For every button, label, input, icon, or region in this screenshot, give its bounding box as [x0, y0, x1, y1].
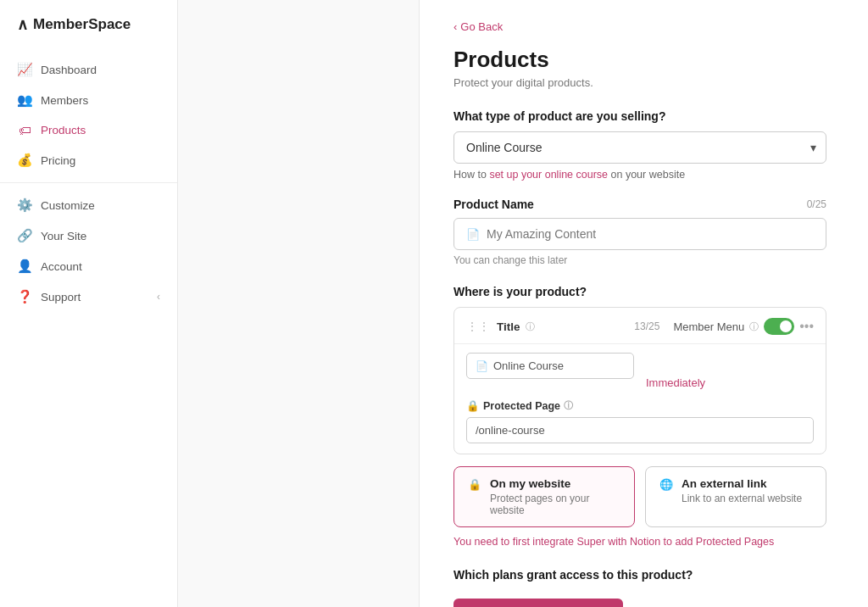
member-menu-info-icon[interactable]: ⓘ	[749, 320, 759, 333]
location-options: 🔒 On my website Protect pages on your we…	[453, 466, 826, 527]
add-now-button[interactable]: Add Now	[453, 599, 623, 607]
info-icon[interactable]: ⓘ	[526, 320, 535, 333]
location-option-external-link[interactable]: 🌐 An external link Link to an external w…	[645, 466, 826, 527]
product-name-header: Product Name 0/25	[453, 198, 826, 211]
card-title-group: Title ⓘ 13/25	[497, 320, 673, 333]
lock-icon: 🔒	[466, 399, 480, 412]
main-content: ‹ Go Back Products Protect your digital …	[420, 0, 868, 607]
product-name-hint: You can change this later	[453, 254, 826, 266]
product-type-label: What type of product are you selling?	[453, 109, 826, 123]
sidebar-item-label-customize: Customize	[41, 199, 95, 212]
protected-page-input[interactable]	[476, 424, 804, 437]
sidebar-item-label-account: Account	[41, 260, 82, 273]
product-name-input[interactable]	[487, 227, 814, 241]
sidebar-item-your-site[interactable]: 🔗 Your Site	[0, 220, 177, 251]
sidebar-item-members[interactable]: 👥 Members	[0, 85, 177, 115]
help-text-suffix: on your website	[608, 169, 685, 181]
product-type-select-wrapper: Online Course Membership Community Coach…	[453, 131, 826, 164]
sidebar: ∧ MemberSpace 📈 Dashboard 👥 Members 🏷 Pr…	[0, 0, 178, 607]
middle-panel	[178, 0, 420, 607]
card-body: 📄 Immediately	[454, 344, 826, 399]
protected-page-info-icon[interactable]: ⓘ	[564, 399, 573, 412]
customize-icon: ⚙️	[17, 198, 32, 213]
member-menu-toggle[interactable]	[764, 318, 794, 335]
member-menu-group: Member Menu ⓘ •••	[673, 318, 814, 335]
title-field-col: 📄	[466, 353, 634, 389]
product-name-input-display: 📄	[453, 218, 826, 250]
location-option-on-my-website[interactable]: 🔒 On my website Protect pages on your we…	[453, 466, 635, 527]
sidebar-nav: 📈 Dashboard 👥 Members 🏷 Products 💰 Prici…	[0, 47, 177, 319]
sidebar-item-dashboard[interactable]: 📈 Dashboard	[0, 54, 177, 85]
on-my-website-desc: Protect pages on your website	[490, 493, 620, 516]
card-header-row: ⋮⋮ Title ⓘ 13/25 Member Menu ⓘ •••	[454, 308, 826, 344]
protected-page-label: 🔒 Protected Page ⓘ	[466, 399, 814, 412]
more-options-icon[interactable]: •••	[799, 319, 814, 334]
title-char-count: 13/25	[634, 320, 659, 332]
help-text-prefix: How to	[453, 169, 489, 181]
app-name: MemberSpace	[33, 16, 131, 33]
nav-divider	[0, 182, 177, 183]
on-my-website-title: On my website	[490, 477, 620, 490]
file-icon: 📄	[466, 228, 480, 241]
protected-page-input-display	[466, 417, 814, 443]
plans-section-label: Which plans grant access to this product…	[453, 568, 826, 582]
support-icon: ❓	[17, 289, 32, 304]
product-location-card: ⋮⋮ Title ⓘ 13/25 Member Menu ⓘ •••	[453, 307, 826, 454]
chevron-left-icon: ‹	[453, 20, 457, 33]
sidebar-item-label-products: Products	[41, 124, 86, 136]
sidebar-item-label-pricing: Pricing	[41, 154, 75, 167]
availability-col: Immediately	[646, 353, 814, 389]
availability-value[interactable]: Immediately	[646, 376, 814, 389]
file-icon-sm: 📄	[476, 360, 488, 372]
sidebar-item-label-support: Support	[41, 291, 81, 304]
members-icon: 👥	[17, 92, 32, 108]
help-link[interactable]: set up your online course	[489, 169, 608, 181]
product-name-label: Product Name	[453, 198, 534, 211]
page-subtitle: Protect your digital products.	[453, 76, 826, 89]
external-link-globe-icon: 🌐	[659, 478, 673, 491]
drag-handle-icon[interactable]: ⋮⋮	[466, 320, 490, 333]
sidebar-item-customize[interactable]: ⚙️ Customize	[0, 190, 177, 220]
go-back-label: Go Back	[460, 20, 503, 33]
your-site-icon: 🔗	[17, 228, 32, 243]
app-logo: ∧ MemberSpace	[0, 0, 177, 47]
protected-page-row: 🔒 Protected Page ⓘ	[454, 399, 826, 454]
dashboard-icon: 📈	[17, 62, 32, 77]
card-title: Title	[497, 320, 520, 333]
where-product-label: Where is your product?	[453, 285, 826, 298]
availability-group: Immediately	[646, 353, 814, 389]
product-type-select[interactable]: Online Course Membership Community Coach…	[453, 131, 826, 164]
product-name-char-count: 0/25	[807, 198, 826, 210]
sidebar-item-label-members: Members	[41, 94, 88, 107]
go-back-link[interactable]: ‹ Go Back	[453, 20, 826, 33]
sidebar-item-account[interactable]: 👤 Account	[0, 251, 177, 281]
sidebar-item-label-your-site: Your Site	[41, 230, 86, 242]
external-link-desc: Link to an external website	[682, 493, 802, 504]
account-icon: 👤	[17, 259, 32, 274]
page-title: Products	[453, 47, 826, 73]
products-icon: 🏷	[17, 123, 32, 137]
sidebar-item-products[interactable]: 🏷 Products	[0, 115, 177, 145]
member-menu-label: Member Menu	[673, 320, 744, 333]
title-input[interactable]	[493, 359, 625, 372]
pricing-icon: 💰	[17, 153, 32, 168]
sidebar-item-support[interactable]: ❓ Support ‹	[0, 281, 177, 312]
on-my-website-lock-icon: 🔒	[468, 478, 481, 491]
where-section: Where is your product? ⋮⋮ Title ⓘ 13/25 …	[453, 285, 826, 548]
integrate-link[interactable]: You need to first integrate Super with N…	[453, 536, 826, 548]
sidebar-collapse-icon: ‹	[157, 291, 160, 303]
sidebar-item-pricing[interactable]: 💰 Pricing	[0, 145, 177, 175]
sidebar-item-label-dashboard: Dashboard	[41, 64, 97, 76]
title-input-display: 📄	[466, 353, 634, 379]
product-type-help: How to set up your online course on your…	[453, 169, 826, 181]
logo-icon: ∧	[17, 15, 28, 34]
external-link-title: An external link	[682, 477, 802, 490]
